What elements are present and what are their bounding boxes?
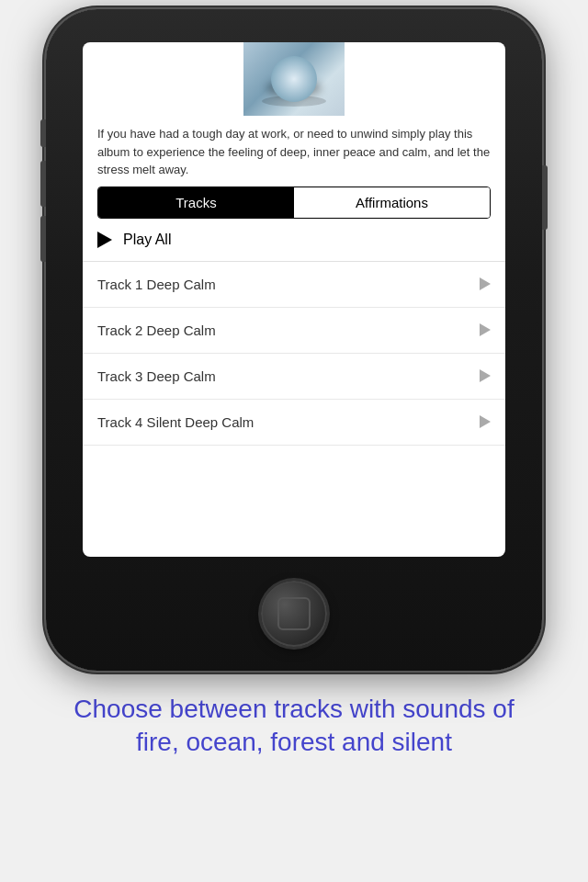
play-all-label: Play All [123, 232, 171, 248]
track-list: Play All Track 1 Deep Calm Track 2 Deep … [83, 219, 505, 446]
album-thumbnail [243, 42, 345, 116]
album-art [271, 56, 317, 102]
track-row[interactable]: Track 2 Deep Calm [83, 308, 505, 354]
bottom-caption: Choose between tracks with sounds of fir… [37, 693, 551, 760]
mute-button[interactable] [40, 119, 46, 147]
phone-screen: If you have had a tough day at work, or … [83, 42, 505, 557]
tab-bar: Tracks Affirmations [97, 187, 491, 219]
home-button-inner [277, 597, 311, 630]
track-play-icon[interactable] [480, 277, 491, 290]
track-name: Track 2 Deep Calm [97, 322, 216, 338]
track-row[interactable]: Track 4 Silent Deep Calm [83, 400, 505, 446]
volume-down-button[interactable] [40, 216, 46, 262]
track-name: Track 1 Deep Calm [97, 277, 216, 292]
album-description: If you have had a tough day at work, or … [83, 116, 505, 187]
track-play-icon[interactable] [480, 323, 491, 336]
play-all-icon [97, 232, 112, 248]
track-play-icon[interactable] [480, 369, 491, 382]
track-name: Track 4 Silent Deep Calm [97, 414, 254, 430]
tab-tracks[interactable]: Tracks [98, 187, 294, 218]
track-play-icon[interactable] [480, 415, 491, 428]
tab-affirmations[interactable]: Affirmations [294, 187, 490, 218]
volume-up-button[interactable] [40, 161, 46, 207]
play-all-row[interactable]: Play All [83, 219, 505, 262]
track-name: Track 3 Deep Calm [97, 368, 216, 384]
phone-shell: If you have had a tough day at work, or … [46, 9, 542, 671]
home-area [46, 557, 542, 671]
track-row[interactable]: Track 3 Deep Calm [83, 354, 505, 400]
home-button[interactable] [261, 581, 327, 647]
power-button[interactable] [542, 165, 548, 230]
track-row[interactable]: Track 1 Deep Calm [83, 262, 505, 308]
